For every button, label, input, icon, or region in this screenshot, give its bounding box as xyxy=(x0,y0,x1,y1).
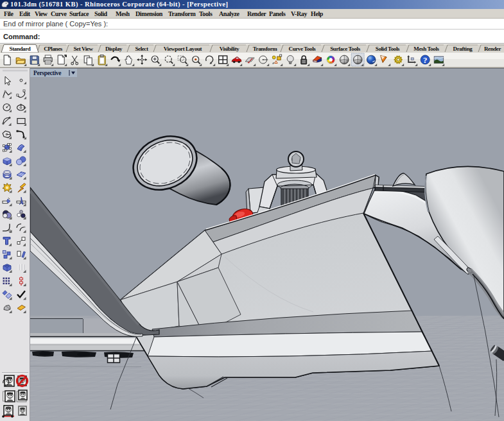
svg-text:Surface Tools: Surface Tools xyxy=(330,46,360,52)
svg-text:Render: Render xyxy=(484,46,501,52)
svg-text:Drafting: Drafting xyxy=(453,46,473,52)
svg-text:Viewport Layout: Viewport Layout xyxy=(164,46,202,52)
svg-text:Visibility: Visibility xyxy=(220,46,240,52)
svg-text:Perspective: Perspective xyxy=(33,70,61,76)
svg-text:Standard: Standard xyxy=(10,46,31,52)
svg-text:Transform: Transform xyxy=(253,46,278,52)
svg-text:?: ? xyxy=(423,55,428,65)
svg-text:Display: Display xyxy=(105,46,123,52)
svg-text:Curve Tools: Curve Tools xyxy=(289,46,317,52)
svg-text:Set View: Set View xyxy=(73,46,93,52)
svg-text:CPlanes: CPlanes xyxy=(44,46,63,52)
svg-text:Mesh Tools: Mesh Tools xyxy=(413,46,439,52)
svg-text:Solid Tools: Solid Tools xyxy=(376,46,400,52)
svg-text:Select: Select xyxy=(135,46,148,52)
